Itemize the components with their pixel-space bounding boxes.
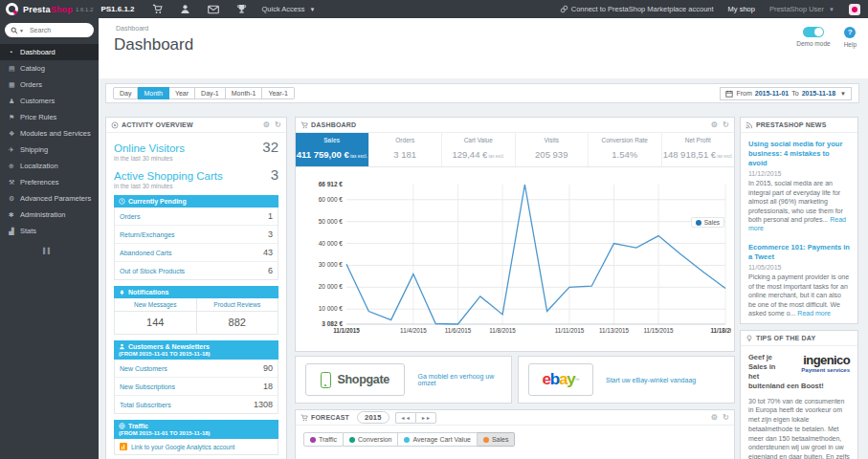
quick-access-menu[interactable]: Quick Access▼ (262, 5, 316, 13)
connect-marketplace-link[interactable]: Connect to PrestaShop Marketplace accoun… (560, 5, 714, 13)
sidebar-item-label: Price Rules (20, 113, 56, 121)
sidebar-item-label: Orders (20, 80, 42, 89)
pending-row-abandoned-carts[interactable]: Abandoned Carts43 (115, 244, 278, 262)
search-box[interactable]: ▼ (5, 23, 94, 37)
notification-value: 882 (197, 312, 278, 334)
forecast-toggle-average-cart-value[interactable]: Average Cart Value (398, 432, 477, 447)
range-button-month[interactable]: Month (138, 87, 168, 99)
avatar[interactable] (849, 4, 860, 15)
ebay-link[interactable]: Start uw eBay-winkel vandaag (606, 377, 696, 383)
modules-and-services-icon: ❖ (9, 130, 20, 138)
cart-icon[interactable] (152, 4, 163, 14)
read-more-link[interactable]: Read more (797, 310, 831, 317)
notification-label[interactable]: New Messages (115, 298, 196, 312)
help-icon[interactable]: ? (844, 27, 856, 38)
sidebar-item-preferences[interactable]: ⚒Preferences (0, 174, 99, 190)
sidebar-item-dashboard[interactable]: ◔Dashboard (0, 44, 99, 60)
ebay-logo[interactable]: ebay™ (528, 363, 593, 396)
notification-label[interactable]: Product Reviews (197, 298, 278, 312)
sidebar-item-shipping[interactable]: ✈Shipping (0, 142, 99, 158)
kpi-tab-sales[interactable]: Sales411 759,00 € tax excl. (296, 133, 368, 166)
refresh-icon[interactable]: ↻ (723, 413, 729, 422)
sidebar-item-label: Shipping (20, 145, 48, 154)
pending-row-out-of-stock-products[interactable]: Out of Stock Products6 (115, 262, 278, 279)
kpi-suffix: tax excl. (349, 154, 367, 159)
breadcrumb[interactable]: Dashboard (116, 25, 148, 32)
pending-row-return-exchanges[interactable]: Return/Exchanges3 (115, 226, 278, 244)
prestashop-dashboard: { "topbar": { "brand": {"name_primary":"… (0, 0, 868, 459)
forecast-year[interactable]: 2015 (357, 411, 389, 424)
pending-row-orders[interactable]: Orders1 (115, 208, 278, 226)
gear-icon[interactable]: ⚙ (711, 120, 718, 129)
refresh-icon[interactable]: ↻ (723, 120, 729, 129)
customers-row-new-customers[interactable]: New Customers90 (115, 360, 278, 378)
refresh-icon[interactable]: ↻ (275, 120, 281, 129)
sidebar-item-orders[interactable]: ▦Orders (0, 76, 99, 93)
forecast-toggle-sales[interactable]: Sales (478, 432, 516, 447)
mail-icon[interactable] (208, 5, 219, 14)
trophy-icon[interactable] (236, 4, 247, 14)
collapse-sidebar-icon[interactable]: ▌▌ (43, 248, 99, 253)
news-article-title[interactable]: Ecommerce 101: Payments in a Tweet (748, 243, 850, 262)
range-button-month-1[interactable]: Month-1 (226, 87, 263, 99)
price-rules-icon: ⚑ (9, 114, 20, 121)
sidebar-item-modules-and-services[interactable]: ❖Modules and Services (0, 125, 99, 142)
notification-product-reviews: Product Reviews882 (196, 298, 278, 334)
range-button-year[interactable]: Year (169, 87, 195, 99)
search-input[interactable] (28, 26, 81, 34)
sidebar-item-stats[interactable]: ▟Stats (0, 223, 99, 239)
chevron-down-icon: ▼ (840, 91, 846, 97)
shopgate-logo[interactable]: Shopgate (305, 363, 405, 396)
sidebar-item-customers[interactable]: ♟Customers (0, 93, 99, 109)
active-carts-sub: in the last 30 minutes (114, 183, 278, 189)
kpi-value: 148 918,51 € tax excl. (662, 149, 735, 160)
range-button-day[interactable]: Day (113, 87, 138, 99)
kpi-tab-visits[interactable]: Visits205 939 (515, 133, 589, 166)
previous-year-button[interactable]: ◄◄ (395, 412, 415, 424)
active-carts-link[interactable]: Active Shopping Carts (114, 170, 223, 182)
prestashop-logo[interactable] (6, 3, 18, 15)
user-menu[interactable]: PrestaShop User▼ (769, 5, 835, 13)
forecast-toggle-traffic[interactable]: Traffic (303, 432, 344, 447)
shopgate-link[interactable]: Ga mobiel en verhoog uw omzet (417, 373, 501, 386)
online-visitors-link[interactable]: Online Visitors (114, 142, 185, 154)
date-range-picker[interactable]: From 2015-11-01 To 2015-11-18 ▼ (720, 87, 852, 100)
sidebar-item-administration[interactable]: ✱Administration (0, 207, 99, 223)
gear-icon[interactable]: ⚙ (263, 120, 270, 129)
gear-icon[interactable]: ⚙ (711, 413, 718, 422)
chart-legend[interactable]: Sales (691, 217, 724, 228)
sales-dot-icon (483, 437, 489, 443)
kpi-tab-conversion-rate[interactable]: Conversion Rate1.54% (588, 133, 661, 166)
range-button-year-1[interactable]: Year-1 (262, 87, 294, 99)
bell-icon (119, 289, 125, 295)
kpi-tab-net-profit[interactable]: Net Profit148 918,51 € tax excl. (661, 133, 735, 166)
my-shop-link[interactable]: My shop (728, 5, 755, 13)
link-icon (560, 5, 568, 13)
conversion-dot-icon (349, 437, 355, 443)
forecast-toggle-conversion[interactable]: Conversion (344, 432, 398, 447)
kpi-tab-orders[interactable]: Orders3 181 (368, 133, 442, 166)
customers-row-new-subscriptions[interactable]: New Subscriptions18 (115, 378, 278, 396)
kpi-tab-cart-value[interactable]: Cart Value129,44 € tax excl. (441, 133, 515, 166)
svg-text:11/1/2015: 11/1/2015 (333, 327, 360, 334)
online-visitors-sub: in the last 30 minutes (114, 155, 278, 162)
sidebar-item-catalog[interactable]: ▤Catalog (0, 60, 99, 76)
sidebar-item-label: Catalog (20, 64, 45, 73)
activity-overview-icon (111, 121, 119, 129)
sidebar-item-localization[interactable]: ⊕Localization (0, 158, 99, 174)
sidebar-item-label: Advanced Parameters (20, 194, 91, 203)
demo-mode-toggle[interactable] (803, 27, 824, 37)
page-title: Dashboard (114, 35, 193, 55)
next-year-button[interactable]: ►► (415, 412, 436, 424)
user-icon[interactable] (180, 4, 190, 14)
toggle-label: Traffic (319, 436, 337, 443)
google-analytics-link[interactable]: Link to your Google Analytics account (114, 439, 278, 455)
read-more-link[interactable]: Read more (748, 216, 846, 231)
range-button-day-1[interactable]: Day-1 (195, 87, 226, 99)
news-article-title[interactable]: Using social media for your business: 4 … (748, 140, 850, 167)
sidebar-item-advanced-parameters[interactable]: ⚙Advanced Parameters (0, 190, 99, 207)
main-area: Dashboard Dashboard Demo mode ? Help Day… (99, 18, 868, 459)
customers-row-total-subscribers[interactable]: Total Subscribers1308 (115, 396, 278, 413)
chevron-down-icon[interactable]: ▼ (19, 28, 24, 33)
sidebar-item-price-rules[interactable]: ⚑Price Rules (0, 109, 99, 125)
